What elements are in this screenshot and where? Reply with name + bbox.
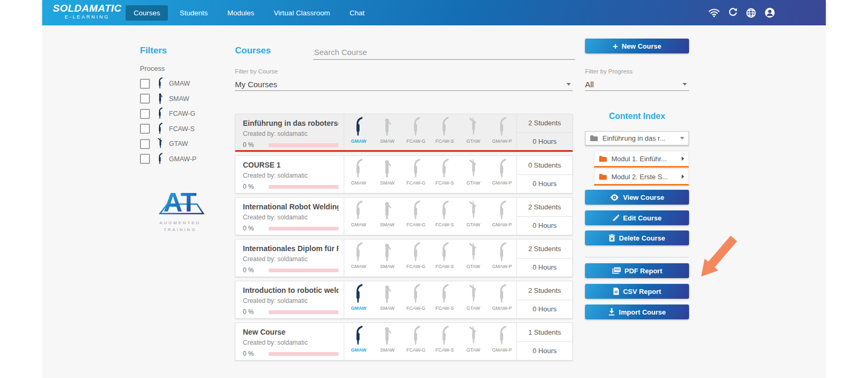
- download-icon: [608, 308, 615, 316]
- chevron-down-icon: [680, 137, 684, 140]
- checkbox[interactable]: [140, 94, 150, 104]
- process-filter[interactable]: GMAW: [140, 76, 230, 91]
- course-students: 1 Students: [517, 323, 572, 342]
- course-title: COURSE 1: [243, 161, 338, 169]
- screenshot: SOLDAMATIC E-LEARNING CoursesStudentsMod…: [0, 0, 868, 378]
- checkbox[interactable]: [140, 124, 150, 134]
- course-hours: 0 Hours: [517, 300, 572, 319]
- content-index-module[interactable]: Modul 2. Erste S...: [594, 169, 689, 186]
- content-index-root-select[interactable]: Einführung in das r...: [585, 131, 689, 145]
- course-info: New Course Created by: soldamatic 0 %: [235, 323, 344, 360]
- app-window: SOLDAMATIC E-LEARNING CoursesStudentsMod…: [42, 0, 826, 378]
- process-icon-fcaw-s: FCAW-S: [430, 198, 459, 235]
- process-filter-label: FCAW-S: [169, 125, 195, 133]
- soldamatic-logo: SOLDAMATIC E-LEARNING: [53, 3, 121, 20]
- brand-caption-line1: AUGMENTED: [140, 220, 220, 226]
- course-created-by: Created by: soldamatic: [243, 255, 338, 263]
- process-icon-smaw: SMAW: [373, 281, 401, 318]
- process-filter[interactable]: FCAW-S: [140, 122, 230, 137]
- filter-by-course-select[interactable]: My Courses: [235, 78, 573, 91]
- process-icon-gmaw-p: GMAW-P: [488, 239, 516, 276]
- process-filter[interactable]: SMAW: [140, 91, 230, 107]
- checkbox[interactable]: [140, 154, 150, 164]
- content-index-modules: Modul 1. Einführ... Modul 2. Erste S...: [594, 151, 689, 187]
- checkbox[interactable]: [140, 79, 150, 89]
- process-icon-gmaw: GMAW: [344, 114, 373, 150]
- nav-tab-modules[interactable]: Modules: [220, 5, 262, 21]
- globe-icon[interactable]: [746, 8, 756, 18]
- process-filter[interactable]: GTAW: [140, 136, 230, 152]
- process-icon-fcaw-g: FCAW-G: [402, 239, 430, 276]
- course-title: International Robot Welding B...: [243, 202, 338, 211]
- course-progress: 0 %: [243, 141, 338, 149]
- course-progress-label: 0 %: [243, 141, 269, 149]
- svg-text:PDF: PDF: [615, 268, 620, 271]
- process-filter[interactable]: GMAW-P: [140, 152, 230, 167]
- nav-tab-students[interactable]: Students: [172, 5, 215, 21]
- filter-by-course-value: My Courses: [235, 80, 277, 89]
- module-label: Modul 1. Einführ...: [611, 155, 682, 163]
- course-progress: 0 %: [243, 266, 338, 274]
- process-filter-label: FCAW-G: [169, 110, 195, 117]
- checkbox[interactable]: [140, 139, 150, 149]
- course-hours: 0 Hours: [517, 217, 572, 235]
- course-progress-bar: [269, 227, 338, 231]
- course-progress: 0 %: [243, 225, 338, 232]
- process-icon-smaw: SMAW: [373, 156, 401, 193]
- course-created-by: Created by: soldamatic: [243, 130, 338, 137]
- wifi-icon[interactable]: [709, 8, 720, 17]
- process-filter-label: GTAW: [169, 140, 188, 147]
- view-course-label: View Course: [623, 193, 664, 201]
- edit-course-button[interactable]: Edit Course: [585, 210, 689, 225]
- new-course-button[interactable]: + New Course: [585, 39, 689, 53]
- nav-tab-chat[interactable]: Chat: [342, 5, 373, 21]
- course-info: Introduction to robotic weldin... Create…: [235, 281, 344, 318]
- content-index-root-label: Einführung in das r...: [602, 134, 680, 142]
- logo-line1: SOLDAMATIC: [53, 3, 121, 14]
- pdf-report-button[interactable]: PDF PDF Report: [585, 263, 689, 278]
- augmented-training-logo: AT AUGMENTED TRAINING: [140, 184, 220, 233]
- account-icon[interactable]: [765, 7, 775, 18]
- course-stats: 2 Students 0 Hours: [516, 281, 572, 318]
- course-created-by: Created by: soldamatic: [243, 214, 338, 221]
- csv-report-button[interactable]: CSV Report: [585, 284, 689, 299]
- course-row[interactable]: New Course Created by: soldamatic 0 % GM…: [235, 322, 573, 361]
- refresh-icon[interactable]: [728, 8, 738, 17]
- process-icon-gtaw: GTAW: [459, 156, 487, 193]
- torch-icon: [155, 93, 165, 105]
- view-course-button[interactable]: View Course: [585, 190, 689, 205]
- course-row[interactable]: International Robot Welding B... Created…: [235, 197, 573, 235]
- filters-title: Filters: [140, 45, 167, 56]
- nav-status-icons: [709, 0, 775, 25]
- process-icon-gmaw: GMAW: [344, 198, 373, 235]
- filter-options: GMAW SMAW FCAW-G FCAW-S GTAW GMAW-P: [140, 76, 230, 167]
- process-icon-gtaw: GTAW: [459, 281, 487, 318]
- csv-report-label: CSV Report: [623, 288, 661, 296]
- torch-icon: [155, 77, 165, 90]
- nav-tab-virtual-classroom[interactable]: Virtual Classroom: [266, 5, 338, 21]
- content-index-module[interactable]: Modul 1. Einführ...: [594, 151, 689, 168]
- process-icon-gtaw: GTAW: [459, 114, 487, 150]
- course-row[interactable]: Internationales Diplom für Rob... Create…: [235, 239, 573, 277]
- import-course-button[interactable]: Import Course: [585, 305, 689, 319]
- process-filter[interactable]: FCAW-G: [140, 106, 230, 122]
- at-logo-graphic: AT: [148, 184, 212, 217]
- course-students: 2 Students: [517, 198, 572, 217]
- filter-by-progress-select[interactable]: All: [585, 78, 689, 91]
- process-icon-gmaw: GMAW: [344, 323, 373, 360]
- nav-tab-courses[interactable]: Courses: [126, 5, 168, 21]
- course-row[interactable]: COURSE 1 Created by: soldamatic 0 % GMAW…: [235, 155, 573, 193]
- course-stats: 1 Students 0 Hours: [516, 323, 572, 360]
- checkbox[interactable]: [140, 109, 150, 119]
- search-course-input[interactable]: [313, 44, 575, 60]
- course-row[interactable]: Einführung in das robotersch... Created …: [235, 114, 573, 152]
- course-created-by: Created by: soldamatic: [243, 297, 338, 305]
- course-students: 2 Students: [517, 239, 572, 259]
- module-label: Modul 2. Erste S...: [611, 173, 682, 181]
- delete-course-button[interactable]: Delete Course: [585, 231, 689, 245]
- course-progress-bar: [269, 269, 338, 272]
- course-stats: 2 Students 0 Hours: [516, 198, 572, 235]
- course-row[interactable]: Introduction to robotic weldin... Create…: [235, 281, 573, 319]
- svg-text:AT: AT: [164, 188, 197, 217]
- nav-tabs: CoursesStudentsModulesVirtual ClassroomC…: [126, 0, 372, 25]
